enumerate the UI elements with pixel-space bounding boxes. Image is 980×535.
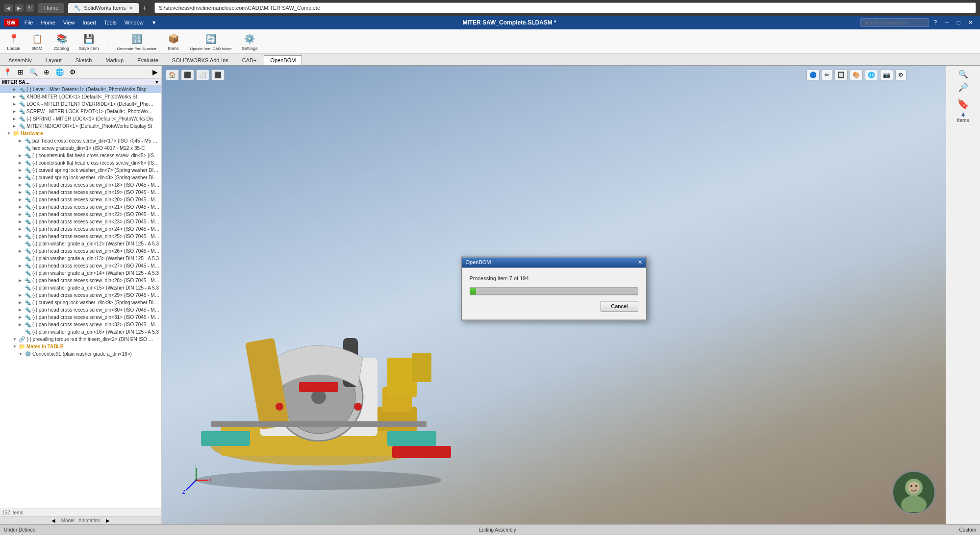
3d-viewport[interactable]: 🏠 ⬛ ⬜ ⬛ 🔵 ✏ 🔲 🎨 🌐 📷 ⚙ (162, 66, 946, 524)
tree-item[interactable]: 🔩 hex screw gradeab_din<1> (ISO 4017 - M… (0, 145, 161, 152)
tree-locate-button[interactable]: 📍 (1, 67, 14, 77)
tree-item-expand[interactable]: ▶ (19, 300, 25, 305)
vp-section-button[interactable]: ✏ (822, 70, 832, 80)
toolbar-generate-button[interactable]: 🔢 Generate Part Number (114, 31, 160, 52)
tree-item[interactable]: ▼ 📁 Mates in TABLE (0, 343, 161, 350)
tree-item[interactable]: ▶ 🔩 (-) pan head cross recess screw_din<… (0, 292, 161, 299)
back-button[interactable]: ◀ (4, 4, 13, 12)
tree-item-expand[interactable]: ▶ (19, 161, 25, 165)
tree-item-expand[interactable]: ▶ (19, 175, 25, 180)
tree-item[interactable]: 🔩 (-) plain washer grade a_din<15> (Wash… (0, 284, 161, 292)
bookmark-icon[interactable]: 🔖 (957, 98, 969, 110)
tree-item[interactable]: ▶ 🔩 LOCK - MITER DETENT OVERRIDE<1> (Def… (0, 100, 161, 108)
tree-item[interactable]: ▶ 🔩 MITER INDICATOR<1> (Default<_PhotoWo… (0, 122, 161, 130)
tab-solidworks-items[interactable]: 🔧 SolidWorks Items ✕ (68, 3, 138, 13)
menu-view[interactable]: View (61, 20, 77, 25)
scroll-left-button[interactable]: ◀ (48, 518, 59, 523)
tree-item-expand[interactable]: ▶ (13, 87, 19, 92)
tree-item-expand[interactable]: ▶ (13, 124, 19, 128)
tree-item-expand[interactable]: ▶ (19, 278, 25, 283)
vp-scene-button[interactable]: 🌐 (865, 70, 878, 80)
tree-item[interactable]: ▶ 🔩 SCREW - MITER LOCK PIVOT<1> (Default… (0, 108, 161, 115)
tree-item-expand[interactable]: ▶ (19, 249, 25, 253)
tree-item[interactable]: ▶ 🔩 (-) curved spring lock washer_din<8>… (0, 174, 161, 181)
tree-item-expand[interactable]: ▶ (13, 117, 19, 121)
menu-file[interactable]: File (23, 20, 35, 25)
vp-maximize-button[interactable]: ⬛ (211, 70, 225, 80)
toolbar-catalog-button[interactable]: 📚 Catalog (51, 30, 72, 52)
tree-item-expand[interactable]: ▼ (13, 344, 19, 349)
vp-frame-button[interactable]: ⬜ (196, 70, 209, 80)
tree-filter-icon[interactable]: ▼ (154, 79, 159, 85)
address-bar[interactable] (154, 2, 976, 13)
tree-item-expand[interactable]: ▶ (19, 197, 25, 202)
tree-content[interactable]: ▶ 🔩 (-) Lever - Miter Detent<1> (Default… (0, 86, 161, 509)
browser-nav[interactable]: ◀ ▶ ↻ (4, 4, 34, 12)
tree-item-expand[interactable]: ▶ (19, 219, 25, 224)
tree-item[interactable]: ▶ 🔩 (-) pan head cross recess screw_din<… (0, 211, 161, 218)
tree-item[interactable]: ▶ 🔩 (-) Lever - Miter Detent<1> (Default… (0, 86, 161, 93)
tree-item[interactable]: ▶ 🔩 (-) pan head cross recess screw_din<… (0, 203, 161, 211)
tree-item[interactable]: ▶ 🔩 (-) pan head cross recess screw_din<… (0, 262, 161, 269)
tree-filter-button[interactable]: 🔍 (27, 67, 40, 77)
filter-icon[interactable]: 🔍 (956, 68, 970, 81)
tree-item[interactable]: ▼ ⚙️ Concentric91 (plain washer grade a_… (0, 350, 161, 358)
menu-settings[interactable]: ▼ (150, 20, 159, 25)
tree-item-expand[interactable]: ▶ (19, 264, 25, 268)
tree-item[interactable]: ▶ 🔩 pan head cross recess screw_din<17> … (0, 137, 161, 145)
tree-item[interactable]: ▶ 🔩 (-) pan head cross recess screw_din<… (0, 196, 161, 203)
tab-sketch[interactable]: Sketch (69, 55, 99, 65)
tree-item[interactable]: ▶ 🔩 (-) pan head cross recess screw_din<… (0, 233, 161, 240)
tree-item[interactable]: ▶ 🔩 KNOB-MITER LOCK<1> (Default<_PhotoWo… (0, 93, 161, 100)
vp-home-button[interactable]: 🏠 (166, 70, 179, 80)
tab-assembly[interactable]: Assembly (2, 55, 38, 65)
tree-item-expand[interactable]: ▼ (13, 337, 19, 341)
tree-item-expand[interactable]: ▶ (13, 102, 19, 106)
tree-item[interactable]: ▼ 📁 Hardware (0, 130, 161, 137)
tree-item[interactable]: ▶ 🔩 (-) SPRING - MITER LOCK<1> (Default<… (0, 115, 161, 122)
tree-item[interactable]: ▶ 🔩 (-) pan head cross recess screw_din<… (0, 181, 161, 189)
tree-item[interactable]: ▼ 🔗 (-) prevailing torque nut thin inser… (0, 336, 161, 343)
tab-model[interactable]: Model (59, 518, 76, 523)
tree-expand-panel-button[interactable]: ▶ (150, 67, 160, 77)
menu-insert[interactable]: Insert (80, 20, 98, 25)
menu-home[interactable]: Home (39, 20, 57, 25)
tab-animation[interactable]: Animation (76, 518, 102, 523)
tree-item[interactable]: ▶ 🔩 (-) countersunk flat head cross rece… (0, 159, 161, 167)
tree-item[interactable]: 🔩 (-) plain washer grade a_din<12> (Wash… (0, 240, 161, 247)
tab-evaluate[interactable]: Evaluate (131, 55, 165, 65)
menu-window[interactable]: Window (123, 20, 146, 25)
tab-home[interactable]: Home (38, 3, 64, 13)
tree-item-expand[interactable]: ▶ (13, 95, 19, 99)
tree-item[interactable]: ▶ 🔩 (-) pan head cross recess screw_din<… (0, 218, 161, 225)
tab-solidworks-addins[interactable]: SOLIDWORKS Add-Ins (166, 55, 235, 65)
tab-markup[interactable]: Markup (99, 55, 130, 65)
tree-item[interactable]: ▶ 🔩 (-) curved spring lock washer_din<7>… (0, 167, 161, 174)
tree-item-expand[interactable]: ▼ (19, 352, 25, 356)
tab-layout[interactable]: Layout (39, 55, 68, 65)
toolbar-update-button[interactable]: 🔄 Update from CAD folder (187, 31, 235, 52)
tree-item-expand[interactable]: ▶ (19, 212, 25, 217)
tree-item-expand[interactable]: ▶ (19, 234, 25, 239)
close-button[interactable]: ✕ (965, 18, 976, 27)
tree-item-expand[interactable]: ▶ (19, 153, 25, 158)
tree-item-expand[interactable]: ▶ (13, 109, 19, 114)
tree-item-expand[interactable]: ▶ (19, 293, 25, 297)
tree-item[interactable]: ▶ 🔩 (-) pan head cross recess screw_din<… (0, 314, 161, 321)
cancel-button[interactable]: Cancel (601, 301, 638, 312)
search-commands-input[interactable] (860, 18, 929, 27)
toolbar-bom-button[interactable]: 📋 BOM (27, 30, 47, 52)
tree-item[interactable]: ▶ 🔩 (-) pan head cross recess screw_din<… (0, 277, 161, 284)
menu-tools[interactable]: Tools (102, 20, 119, 25)
tree-item-expand[interactable]: ▶ (19, 322, 25, 327)
tab-cad-plus[interactable]: CAD+ (236, 55, 263, 65)
magnify-icon[interactable]: 🔎 (956, 81, 970, 94)
minimize-button[interactable]: ─ (942, 18, 952, 27)
vp-view-orient-button[interactable]: 🔵 (806, 70, 820, 80)
maximize-button[interactable]: □ (954, 18, 963, 27)
tree-grid-button[interactable]: ⊞ (15, 67, 26, 77)
tree-item-expand[interactable]: ▶ (19, 205, 25, 209)
tree-item-expand[interactable]: ▶ (19, 139, 25, 143)
tree-item[interactable]: ▶ 🔩 (-) pan head cross recess screw_din<… (0, 189, 161, 196)
toolbar-save-button[interactable]: 💾 Save Item (76, 30, 102, 52)
